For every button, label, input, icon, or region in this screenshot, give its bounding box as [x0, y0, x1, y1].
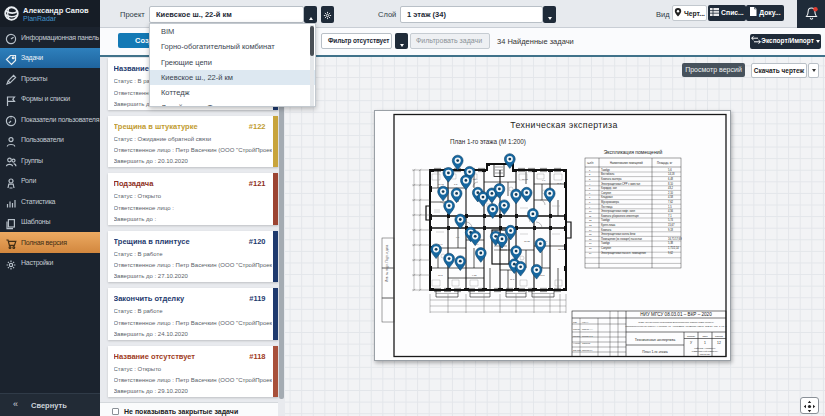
svg-text:НИУ МГСУ 08.03.01 – ВКР – 2020: НИУ МГСУ 08.03.01 – ВКР – 2020 [640, 312, 712, 317]
svg-text:14,18: 14,18 [668, 172, 675, 176]
svg-text:Листов: Листов [715, 335, 723, 338]
svg-text:расположенного по адресу: г. М: расположенного по адресу: г. Москва, ул.… [625, 325, 727, 328]
svg-text:Стадия: Стадия [687, 335, 696, 338]
svg-text:8,10: 8,10 [668, 182, 674, 186]
svg-text:Комната вахтера: Комната вахтера [601, 177, 622, 181]
svg-text:Петров С.С.: Петров С.С. [582, 335, 594, 337]
svg-text:Техническая экспертиза: Техническая экспертиза [510, 120, 618, 130]
svg-text:6,48: 6,48 [668, 177, 674, 181]
svg-text:Наименование помещений: Наименование помещений [610, 161, 643, 165]
svg-text:9,18: 9,18 [668, 228, 674, 232]
svg-text:Санузел: Санузел [601, 246, 612, 250]
svg-text:отделение: отделение [700, 353, 711, 355]
svg-text:2,10: 2,10 [668, 191, 674, 195]
svg-text:Лист: Лист [702, 335, 708, 338]
svg-text:Комната: Комната [601, 228, 612, 232]
svg-text:Н.контр.: Н.контр. [573, 342, 581, 344]
svg-text:№п/п: №п/п [587, 161, 594, 165]
svg-text:Иванов А.А.: Иванов А.А. [582, 328, 594, 330]
svg-text:7,62: 7,62 [668, 200, 674, 204]
svg-text:12: 12 [717, 341, 721, 345]
svg-text:Техническая экспертиза: Техническая экспертиза [635, 338, 675, 342]
svg-text:4,58: 4,58 [668, 195, 674, 199]
svg-text:43,2: 43,2 [668, 186, 674, 190]
svg-text:Орлова Т.Г.: Орлова Т.Г. [582, 349, 593, 351]
svg-text:Кладовая: Кладовая [601, 195, 613, 199]
svg-text:5,38: 5,38 [668, 241, 674, 245]
svg-text:Провер.: Провер. [573, 335, 581, 337]
svg-text:Вестибюль: Вестибюль [601, 172, 615, 176]
svg-text:Площадь, м²: Площадь, м² [657, 161, 673, 165]
svg-text:1,71/2,14: 1,71/2,14 [668, 246, 679, 250]
svg-text:1: 1 [704, 341, 706, 345]
svg-text:Электрощитовая СРР с жилстан: Электрощитовая СРР с жилстан [601, 182, 641, 186]
svg-text:7,1: 7,1 [668, 214, 672, 218]
svg-text:Электрощитовая холла binм: Электрощитовая холла binм [601, 232, 635, 236]
svg-text:4,56: 4,56 [668, 209, 674, 213]
svg-text:9,62: 9,62 [668, 251, 674, 255]
svg-text:Лестница: Лестница [601, 205, 613, 209]
svg-text:Разраб.: Разраб. [573, 328, 581, 330]
svg-text:Тамбур: Тамбур [601, 218, 610, 222]
svg-text:Кафедра «Жилищно-: Кафедра «Жилищно- [694, 347, 716, 349]
svg-text:15,67: 15,67 [668, 223, 675, 227]
svg-text:Зав.каф.: Зав.каф. [573, 349, 582, 351]
svg-text:План 1-го этажа (М 1:200): План 1-го этажа (М 1:200) [450, 138, 526, 146]
svg-text:коммунальный комплекс»: коммунальный комплекс» [692, 350, 719, 352]
svg-text:План 1-го этажа: План 1-го этажа [642, 350, 667, 354]
svg-text:Экспликация помещений: Экспликация помещений [604, 149, 663, 155]
svg-text:16,71/17,69: 16,71/17,69 [668, 237, 682, 241]
svg-text:Сидоров: Сидоров [582, 342, 590, 344]
svg-text:Тамбур: Тамбур [601, 168, 610, 172]
svg-text:Мусорокамера: Мусорокамера [601, 200, 619, 204]
svg-text:Тема: Техническая экспертиза м: Тема: Техническая экспертиза многоэтажно… [638, 321, 714, 324]
svg-text:Электрощитовая лифт. холл: Электрощитовая лифт. холл [601, 209, 636, 213]
svg-text:Инв. № подл. Подп. и дата: Инв. № подл. Подп. и дата [385, 244, 389, 282]
svg-text:Тамбур: Тамбур [601, 241, 610, 245]
svg-text:5,6: 5,6 [668, 168, 672, 172]
svg-text:Электрощитовая насосн. помещен: Электрощитовая насосн. помещение [601, 251, 646, 255]
svg-text:1,5: 1,5 [668, 205, 672, 209]
svg-text:5,74: 5,74 [668, 218, 674, 222]
svg-text:Помещение (вс.пожарн) насосная: Помещение (вс.пожарн) насосная [601, 237, 643, 241]
svg-text:Санузел: Санузел [601, 191, 612, 195]
svg-text:Комната уборочного инвентаря: Комната уборочного инвентаря [601, 214, 639, 218]
svg-text:Кухня-ниша: Кухня-ниша [601, 223, 616, 227]
svg-text:Изм.: Изм. [573, 321, 578, 323]
svg-text:Коридор, хол: Коридор, хол [601, 186, 617, 190]
svg-text:Кол.уч.: Кол.уч. [582, 321, 589, 323]
